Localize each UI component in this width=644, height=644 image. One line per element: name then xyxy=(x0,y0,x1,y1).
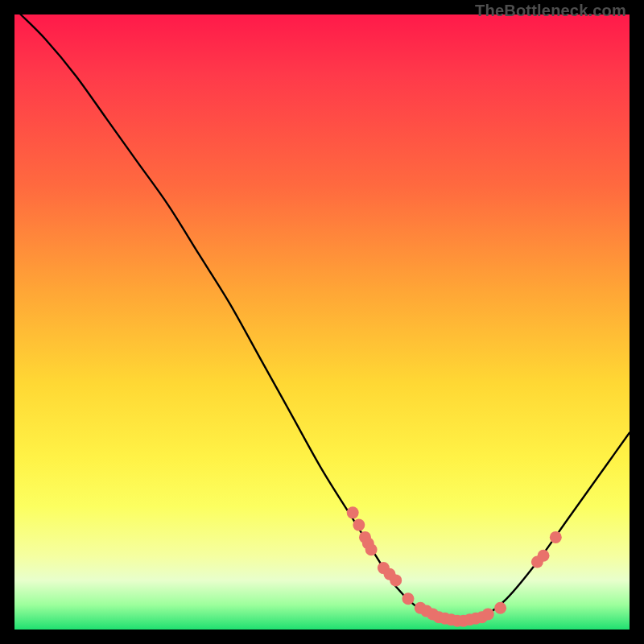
curve-marker xyxy=(365,543,378,555)
curve-markers xyxy=(347,506,562,626)
curve-marker xyxy=(550,531,562,543)
attribution-text: TheBottleneck.com xyxy=(475,2,626,20)
curve-marker xyxy=(538,550,550,562)
bottleneck-curve xyxy=(21,14,630,623)
curve-marker xyxy=(390,574,402,586)
chart-svg xyxy=(14,14,630,630)
curve-marker xyxy=(494,602,506,614)
curve-marker xyxy=(347,506,359,518)
curve-marker xyxy=(482,608,494,620)
curve-marker xyxy=(402,592,414,605)
curve-marker xyxy=(353,519,365,531)
chart-plot-area xyxy=(14,14,630,630)
